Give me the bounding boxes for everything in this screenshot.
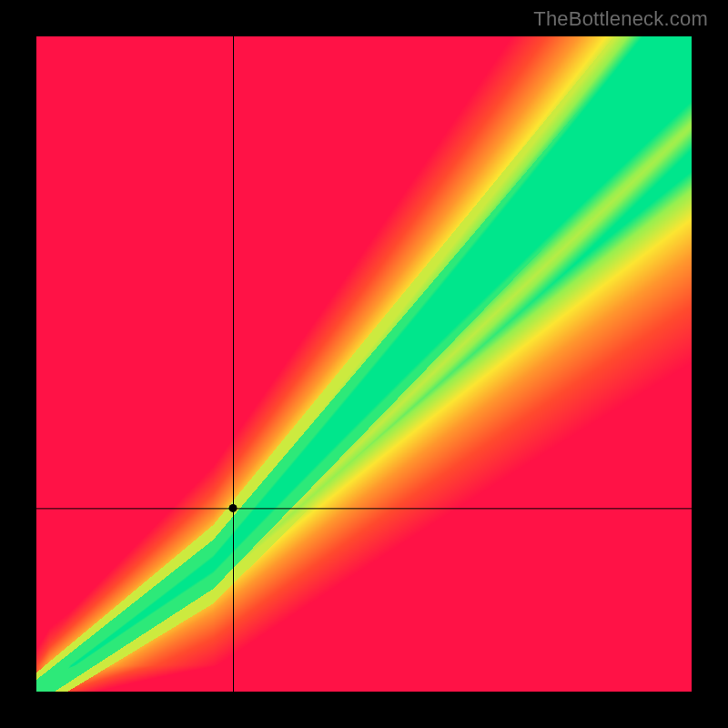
chart-frame: TheBottleneck.com: [0, 0, 728, 728]
bottleneck-heatmap: [36, 36, 692, 692]
attribution-label: TheBottleneck.com: [533, 7, 708, 31]
